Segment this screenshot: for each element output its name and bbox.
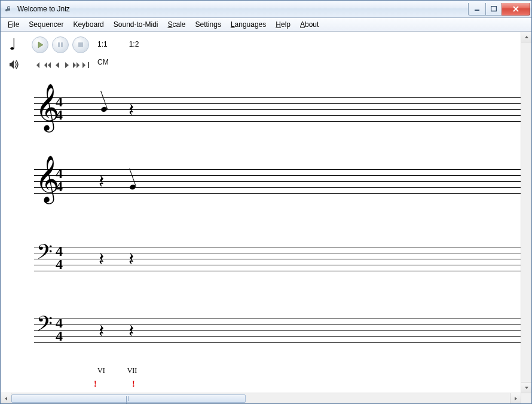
- menu-file[interactable]: File: [3, 19, 24, 30]
- menu-settings[interactable]: Settings: [191, 19, 226, 30]
- menu-about[interactable]: About: [295, 19, 323, 30]
- roman-numeral: VII: [127, 366, 137, 375]
- menu-help[interactable]: Help: [271, 19, 295, 30]
- staff-3[interactable]: 𝄢 44 𝄽 𝄽: [34, 247, 521, 271]
- app-window: Welcome to Jniz File Sequencer Keyboard …: [0, 0, 532, 404]
- titlebar: Welcome to Jniz: [1, 1, 531, 18]
- scroll-corner: [521, 393, 531, 403]
- forward-button[interactable]: [72, 61, 81, 69]
- note-value-icon[interactable]: ♩: [9, 37, 16, 53]
- staff-4[interactable]: 𝄢 44 𝄽 𝄽: [34, 319, 521, 342]
- volume-icon[interactable]: [9, 60, 21, 71]
- staff-2[interactable]: 𝄞 44 𝄽: [34, 169, 521, 193]
- stop-button[interactable]: [72, 36, 89, 53]
- rewind-button[interactable]: [44, 61, 52, 69]
- menu-sound-to-midi[interactable]: Sound-to-Midi: [109, 19, 163, 30]
- pause-button[interactable]: [52, 36, 69, 53]
- time-signature: 44: [56, 244, 63, 271]
- horizontal-scrollbar[interactable]: [1, 393, 521, 403]
- transport-nav: [34, 61, 90, 69]
- roman-numeral: VI: [97, 366, 105, 375]
- window-buttons: [469, 3, 530, 15]
- position-labels: 1:1 1:2 CM: [97, 40, 139, 66]
- step-back-button[interactable]: [53, 61, 62, 69]
- play-button[interactable]: [32, 36, 48, 53]
- canvas-wrap: ♩: [1, 32, 531, 393]
- scroll-track[interactable]: [521, 42, 531, 382]
- rewind-start-button[interactable]: [34, 61, 42, 69]
- svg-rect-4: [78, 42, 83, 47]
- menu-sequencer[interactable]: Sequencer: [24, 19, 68, 30]
- menu-scale[interactable]: Scale: [163, 19, 190, 30]
- step-fwd-button[interactable]: [63, 61, 71, 69]
- scroll-down-button[interactable]: [521, 382, 531, 393]
- scroll-thumb[interactable]: [11, 394, 246, 403]
- maximize-button[interactable]: [485, 3, 502, 16]
- menubar: File Sequencer Keyboard Sound-to-Midi Sc…: [1, 18, 531, 32]
- scroll-left-button[interactable]: [1, 393, 11, 403]
- error-mark: !: [94, 379, 97, 389]
- menu-keyboard[interactable]: Keyboard: [68, 19, 108, 30]
- svg-rect-0: [475, 10, 479, 11]
- staff-1[interactable]: 𝄞 44 𝄽: [34, 97, 521, 121]
- vertical-scrollbar[interactable]: [521, 32, 531, 393]
- svg-rect-5: [88, 62, 89, 68]
- roman-analysis: VI VII: [97, 366, 137, 375]
- svg-rect-3: [61, 42, 63, 47]
- beat-label-2: 1:2: [129, 40, 139, 48]
- hscroll-row: [1, 393, 531, 403]
- bass-clef-icon: 𝄢: [36, 242, 53, 267]
- svg-rect-1: [491, 6, 497, 11]
- scroll-track[interactable]: [11, 393, 510, 403]
- key-label: CM: [97, 58, 139, 66]
- beat-label-1: 1:1: [97, 40, 108, 48]
- close-button[interactable]: [502, 3, 530, 16]
- score-canvas[interactable]: ♩: [1, 32, 521, 393]
- menu-languages[interactable]: Languages: [226, 19, 271, 30]
- scroll-right-button[interactable]: [510, 393, 521, 403]
- minimize-button[interactable]: [468, 3, 486, 16]
- bass-clef-icon: 𝄢: [36, 314, 53, 339]
- svg-rect-2: [58, 42, 60, 47]
- client-area: ♩: [1, 32, 531, 403]
- time-signature: 44: [56, 316, 63, 342]
- app-icon: [4, 4, 14, 14]
- transport-toolbar: ♩: [9, 38, 90, 72]
- error-mark: !: [132, 379, 135, 389]
- window-title: Welcome to Jniz: [17, 5, 469, 13]
- time-signature: 44: [56, 95, 63, 121]
- time-signature: 44: [56, 167, 63, 193]
- scroll-up-button[interactable]: [521, 32, 531, 42]
- forward-end-button[interactable]: [82, 61, 90, 69]
